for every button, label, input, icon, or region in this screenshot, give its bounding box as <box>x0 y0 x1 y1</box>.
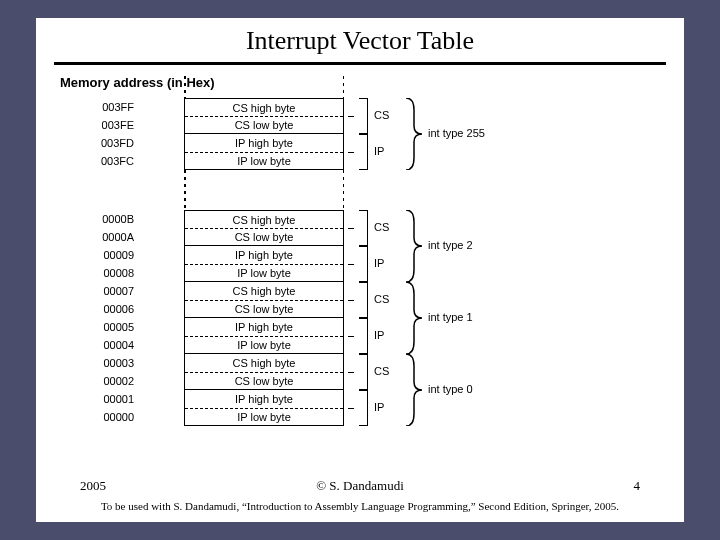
cell: CS low byte <box>184 372 344 390</box>
diagram-area: Memory address (in Hex) 003FF CS high by… <box>54 75 666 475</box>
pair-label-cs: CS <box>374 222 389 233</box>
open-top <box>184 76 344 98</box>
brace-ip <box>354 134 368 170</box>
pair-label-cs: CS <box>374 366 389 377</box>
slide-title: Interrupt Vector Table <box>36 18 684 56</box>
pair-label-ip: IP <box>374 330 384 341</box>
brace-type-2 <box>404 210 422 282</box>
cell: IP high byte <box>184 318 344 336</box>
cell: CS high byte <box>184 98 344 116</box>
cell: CS low byte <box>184 116 344 134</box>
cell: CS high byte <box>184 354 344 372</box>
pair-label-ip: IP <box>374 402 384 413</box>
address: 00008 <box>74 264 134 282</box>
cell: IP low byte <box>184 408 344 426</box>
pair-label-ip: IP <box>374 258 384 269</box>
brace-cs <box>354 282 368 318</box>
cell: IP low byte <box>184 336 344 354</box>
brace-cs <box>354 210 368 246</box>
brace-cs <box>354 98 368 134</box>
memory-address-header: Memory address (in Hex) <box>60 75 666 90</box>
address: 00004 <box>74 336 134 354</box>
address: 0000B <box>74 210 134 228</box>
cell: IP low byte <box>184 264 344 282</box>
address: 003FD <box>74 134 134 152</box>
footer-citation: To be used with S. Dandamudi, “Introduct… <box>72 500 648 512</box>
cell: CS high byte <box>184 210 344 228</box>
brace-type-255 <box>404 98 422 170</box>
type-label: int type 2 <box>428 240 473 251</box>
gap-dash <box>343 170 345 210</box>
cell: CS low byte <box>184 228 344 246</box>
pair-label-cs: CS <box>374 294 389 305</box>
address: 003FF <box>74 98 134 116</box>
gap-dash <box>184 170 186 210</box>
type-label: int type 255 <box>428 128 485 139</box>
type-label: int type 1 <box>428 312 473 323</box>
slide: Interrupt Vector Table Memory address (i… <box>36 18 684 522</box>
brace-ip <box>354 390 368 426</box>
cell: IP high byte <box>184 246 344 264</box>
title-rule <box>54 62 666 65</box>
cell: IP high byte <box>184 134 344 152</box>
address: 003FE <box>74 116 134 134</box>
address: 00000 <box>74 408 134 426</box>
cell: CS high byte <box>184 282 344 300</box>
brace-type-1 <box>404 282 422 354</box>
brace-type-0 <box>404 354 422 426</box>
address: 00006 <box>74 300 134 318</box>
address: 0000A <box>74 228 134 246</box>
pair-label-ip: IP <box>374 146 384 157</box>
footer-page-number: 4 <box>634 478 641 494</box>
address: 003FC <box>74 152 134 170</box>
cell: CS low byte <box>184 300 344 318</box>
brace-ip <box>354 318 368 354</box>
address: 00002 <box>74 372 134 390</box>
address: 00005 <box>74 318 134 336</box>
cell: IP low byte <box>184 152 344 170</box>
pair-label-cs: CS <box>374 110 389 121</box>
type-label: int type 0 <box>428 384 473 395</box>
ivt-diagram: 003FF CS high byte 003FE CS low byte 003… <box>54 98 666 458</box>
cell: IP high byte <box>184 390 344 408</box>
address: 00007 <box>74 282 134 300</box>
address: 00009 <box>74 246 134 264</box>
brace-cs <box>354 354 368 390</box>
address: 00001 <box>74 390 134 408</box>
address: 00003 <box>74 354 134 372</box>
brace-ip <box>354 246 368 282</box>
footer-copyright: © S. Dandamudi <box>72 478 648 494</box>
